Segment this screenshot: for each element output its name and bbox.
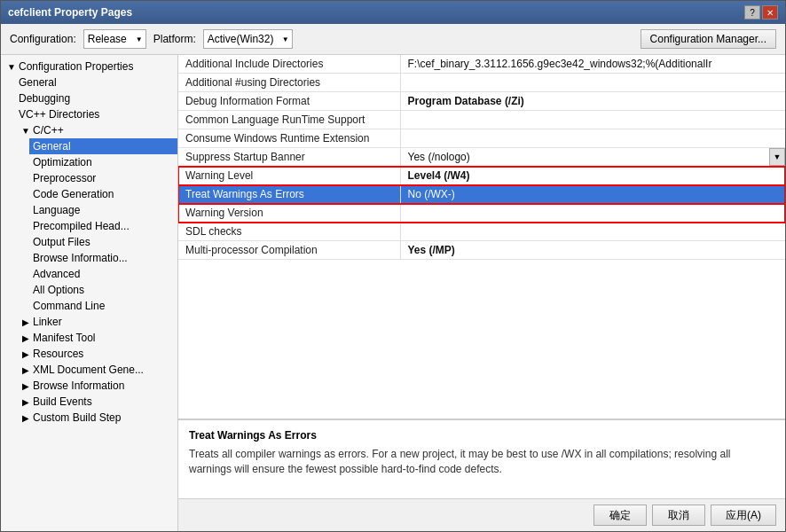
cpp-expand-icon: ▼ — [19, 126, 33, 136]
sidebar-item-language[interactable]: Language — [29, 202, 177, 218]
sidebar-item-debugging[interactable]: Debugging — [15, 90, 177, 106]
linker-expand-icon: ▶ — [19, 317, 33, 327]
build-expand-icon: ▶ — [19, 397, 33, 407]
config-select-wrapper[interactable]: Release — [83, 29, 146, 49]
sidebar-label-browse-info2: Browse Information — [33, 379, 124, 392]
sidebar-item-cmdline[interactable]: Command Line — [29, 298, 177, 314]
description-title: Treat Warnings As Errors — [189, 429, 774, 442]
table-row[interactable]: Additional Include Directories F:\cef_bi… — [178, 55, 785, 74]
prop-value — [400, 74, 785, 92]
prop-value-warning-level: Level4 (/W4) — [400, 167, 785, 185]
prop-value: F:\cef_binary_3.3112.1656.g9ec3e42_windo… — [400, 55, 785, 74]
sidebar-label-precompiled: Precompiled Head... — [33, 220, 130, 232]
prop-value-mp: Yes (/MP) — [400, 241, 785, 260]
resources-expand-icon: ▶ — [19, 349, 33, 359]
table-row[interactable]: Additional #using Directories — [178, 74, 785, 92]
table-row-sdl[interactable]: SDL checks — [178, 223, 785, 241]
sidebar-item-general-2[interactable]: General — [29, 138, 177, 154]
title-bar: cefclient Property Pages ? ✕ — [1, 1, 785, 24]
expand-icon: ▼ — [4, 62, 19, 72]
properties-area: Additional Include Directories F:\cef_bi… — [178, 55, 785, 419]
sidebar-label-codegen: Code Generation — [33, 188, 114, 200]
sidebar-label-general-1: General — [19, 76, 57, 89]
sidebar-label-manifest: Manifest Tool — [33, 332, 95, 344]
table-row-mp[interactable]: Multi-processor Compilation Yes (/MP) — [178, 241, 785, 260]
dropdown-arrow[interactable]: ▼ — [769, 148, 785, 166]
prop-name: Additional Include Directories — [178, 55, 400, 74]
sidebar-item-outputfiles[interactable]: Output Files — [29, 234, 177, 250]
table-row[interactable]: Suppress Startup Banner Yes (/nologo) — [178, 148, 785, 167]
prop-name-mp: Multi-processor Compilation — [178, 241, 400, 260]
sidebar-children: General Debugging VC++ Directories ▼ C/C… — [1, 74, 177, 426]
sidebar-item-manifest[interactable]: ▶ Manifest Tool — [15, 330, 177, 346]
sidebar-cpp-children: General Optimization Preprocessor Code G… — [15, 138, 177, 314]
table-row-warning-level[interactable]: Warning Level Level4 (/W4) — [178, 167, 785, 185]
help-button[interactable]: ? — [744, 5, 760, 20]
sidebar-root-label: Configuration Properties — [19, 60, 133, 73]
sidebar-label-alloptions: All Options — [33, 284, 84, 296]
bottom-bar: 确定 取消 应用(A) — [178, 498, 785, 531]
sidebar-item-advanced[interactable]: Advanced — [29, 266, 177, 282]
description-panel: Treat Warnings As Errors Treats all comp… — [178, 419, 785, 498]
sidebar-item-preprocessor[interactable]: Preprocessor — [29, 170, 177, 186]
sidebar-root[interactable]: ▼ Configuration Properties — [1, 59, 177, 74]
platform-select[interactable]: Active(Win32) — [203, 29, 293, 49]
sidebar-label-preprocessor: Preprocessor — [33, 172, 96, 184]
config-manager-button[interactable]: Configuration Manager... — [641, 29, 776, 49]
sidebar-item-resources[interactable]: ▶ Resources — [15, 346, 177, 362]
prop-name-warning-version: Warning Version — [178, 204, 400, 223]
prop-value — [400, 129, 785, 148]
platform-select-wrapper[interactable]: Active(Win32) — [203, 29, 293, 49]
prop-name: Debug Information Format — [178, 92, 400, 111]
prop-name-warning-level: Warning Level — [178, 167, 400, 185]
prop-value — [400, 111, 785, 129]
sidebar-label-language: Language — [33, 204, 80, 216]
apply-button[interactable]: 应用(A) — [711, 505, 776, 526]
table-row-warning-version[interactable]: Warning Version — [178, 204, 785, 223]
sidebar-item-browse-info[interactable]: Browse Informatio... — [29, 250, 177, 266]
sidebar-label-outputfiles: Output Files — [33, 236, 90, 248]
sidebar-item-general-1[interactable]: General — [15, 74, 177, 90]
xmldoc-expand-icon: ▶ — [19, 365, 33, 375]
table-row[interactable]: Common Language RunTime Support — [178, 111, 785, 129]
sidebar-item-alloptions[interactable]: All Options — [29, 282, 177, 298]
config-select[interactable]: Release — [83, 29, 146, 49]
confirm-button[interactable]: 确定 — [593, 505, 647, 526]
sidebar-item-precompiled[interactable]: Precompiled Head... — [29, 218, 177, 234]
close-button[interactable]: ✕ — [762, 5, 778, 20]
prop-value-treat-warnings: No (/WX-) — [400, 185, 785, 204]
sidebar-item-xmldoc[interactable]: ▶ XML Document Gene... — [15, 362, 177, 378]
sidebar-label-vcdirs: VC++ Directories — [19, 108, 99, 121]
custom-expand-icon: ▶ — [19, 413, 33, 423]
sidebar-item-browse-info2[interactable]: ▶ Browse Information — [15, 378, 177, 394]
sidebar-item-vcdirs[interactable]: VC++ Directories — [15, 106, 177, 122]
title-bar-buttons: ? ✕ — [744, 5, 778, 20]
sidebar-label-buildevents: Build Events — [33, 395, 92, 408]
manifest-expand-icon: ▶ — [19, 333, 33, 343]
sidebar-item-linker[interactable]: ▶ Linker — [15, 314, 177, 330]
sidebar-label-optimization: Optimization — [33, 156, 92, 168]
browse-expand-icon: ▶ — [19, 381, 33, 391]
config-bar: Configuration: Release Platform: Active(… — [1, 24, 785, 55]
sidebar-item-optimization[interactable]: Optimization — [29, 154, 177, 170]
table-row-treat-warnings[interactable]: Treat Warnings As Errors No (/WX-) — [178, 185, 785, 204]
prop-value-warning-version — [400, 204, 785, 223]
sidebar-item-cpp[interactable]: ▼ C/C++ — [15, 122, 177, 138]
sidebar-label-custom: Custom Build Step — [33, 411, 121, 424]
main-window: cefclient Property Pages ? ✕ Configurati… — [0, 0, 786, 532]
sidebar-item-custom[interactable]: ▶ Custom Build Step — [15, 410, 177, 426]
properties-table: Additional Include Directories F:\cef_bi… — [178, 55, 785, 260]
cancel-button[interactable]: 取消 — [652, 505, 705, 526]
sidebar-label-linker: Linker — [33, 316, 62, 328]
sidebar-label-cpp: C/C++ — [33, 124, 64, 137]
sidebar-item-codegen[interactable]: Code Generation — [29, 186, 177, 202]
table-row[interactable]: Consume Windows Runtime Extension — [178, 129, 785, 148]
main-content: ▼ Configuration Properties General Debug… — [1, 55, 785, 531]
sidebar-label-debugging: Debugging — [19, 92, 70, 105]
prop-value: Yes (/nologo) — [400, 148, 785, 167]
right-panel: Additional Include Directories F:\cef_bi… — [178, 55, 785, 531]
sidebar-item-buildevents[interactable]: ▶ Build Events — [15, 394, 177, 410]
prop-name-sdl: SDL checks — [178, 223, 400, 241]
sidebar-label-browse-info: Browse Informatio... — [33, 252, 128, 264]
table-row[interactable]: Debug Information Format Program Databas… — [178, 92, 785, 111]
